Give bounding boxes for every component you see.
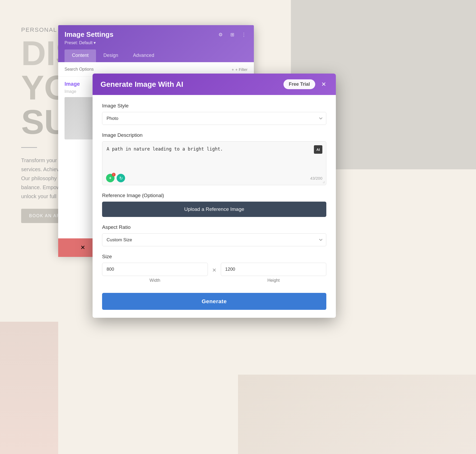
image-style-group: Image Style Photo Illustration Painting … — [102, 103, 326, 125]
free-trial-badge[interactable]: Free Trial — [283, 79, 315, 89]
panel-layout-icon[interactable]: ⊞ — [228, 31, 236, 38]
panel-more-icon[interactable]: ⋮ — [240, 31, 248, 38]
modal-title: Generate Image With AI — [100, 80, 183, 89]
tool-add-icon[interactable]: + ! — [106, 174, 115, 182]
modal-header-right: Free Trial ✕ — [283, 79, 328, 89]
resize-handle[interactable]: ⊿ — [322, 180, 325, 184]
bg-bottom-left-image — [0, 322, 58, 454]
image-style-select[interactable]: Photo Illustration Painting Sketch 3D Re… — [102, 112, 326, 125]
size-x-divider: ✕ — [212, 267, 217, 273]
tool-refresh-icon[interactable]: ↻ — [117, 174, 125, 182]
width-label: Width — [149, 278, 160, 283]
width-input[interactable] — [102, 263, 208, 276]
width-wrapper: Width — [102, 263, 208, 283]
reference-image-group: Reference Image (Optional) Upload a Refe… — [102, 193, 326, 217]
filter-button[interactable]: + + Filter — [232, 67, 248, 72]
modal-body: Image Style Photo Illustration Painting … — [93, 95, 336, 318]
upload-reference-button[interactable]: Upload a Reference Image — [102, 202, 326, 217]
tab-advanced[interactable]: Advanced — [126, 49, 162, 62]
textarea-footer: + ! ↻ 43/200 — [102, 172, 326, 185]
char-count: 43/200 — [310, 176, 322, 180]
size-group: Size Width ✕ Height — [102, 254, 326, 283]
panel-settings-icon[interactable]: ⚙ — [217, 31, 224, 38]
cancel-icon: ✕ — [80, 244, 85, 251]
panel-title-row: Image Settings ⚙ ⊞ ⋮ — [65, 30, 248, 39]
filter-label: + Filter — [235, 67, 248, 72]
tool-badge: ! — [112, 173, 116, 176]
bg-bottom-area — [238, 375, 476, 454]
modal-close-button[interactable]: ✕ — [319, 80, 328, 89]
height-input[interactable] — [221, 263, 327, 276]
tab-content[interactable]: Content — [65, 49, 96, 62]
aspect-ratio-select[interactable]: Custom Size 1:1 Square 16:9 Landscape 9:… — [102, 233, 326, 246]
size-row: Width ✕ Height — [102, 263, 326, 283]
textarea-wrapper: A path in nature leading to a bright lig… — [102, 141, 326, 185]
image-style-label: Image Style — [102, 103, 326, 109]
panel-preset[interactable]: Preset: Default ▾ — [65, 40, 248, 45]
search-input[interactable] — [65, 67, 232, 72]
ai-assist-button[interactable]: AI — [314, 145, 322, 154]
generate-button[interactable]: Generate — [102, 293, 326, 310]
size-label: Size — [102, 254, 326, 260]
image-description-group: Image Description A path in nature leadi… — [102, 132, 326, 185]
image-description-label: Image Description — [102, 132, 326, 138]
generate-image-modal: Generate Image With AI Free Trial ✕ Imag… — [93, 74, 336, 318]
panel-header: Image Settings ⚙ ⊞ ⋮ Preset: Default ▾ C… — [58, 25, 254, 62]
reference-image-label: Reference Image (Optional) — [102, 193, 326, 198]
tab-design[interactable]: Design — [96, 49, 126, 62]
filter-plus-icon: + — [232, 67, 234, 72]
height-label: Height — [267, 278, 280, 283]
aspect-ratio-label: Aspect Ratio — [102, 224, 326, 230]
bg-divider — [21, 147, 37, 148]
textarea-tools: + ! ↻ — [106, 174, 125, 182]
panel-title: Image Settings — [65, 30, 113, 39]
modal-header: Generate Image With AI Free Trial ✕ — [93, 74, 336, 95]
panel-title-icons: ⚙ ⊞ ⋮ — [217, 31, 248, 38]
panel-section-title: Image — [65, 81, 80, 87]
height-wrapper: Height — [221, 263, 327, 283]
panel-tabs: Content Design Advanced — [65, 49, 248, 62]
aspect-ratio-group: Aspect Ratio Custom Size 1:1 Square 16:9… — [102, 224, 326, 246]
image-description-textarea[interactable]: A path in nature leading to a bright lig… — [102, 142, 326, 171]
